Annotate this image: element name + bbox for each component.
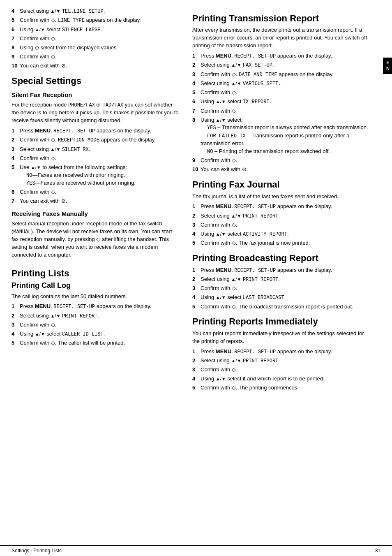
- list-text: Press MENU. RECEPT. SET-UP appears on th…: [20, 127, 180, 135]
- list-num: 2: [192, 212, 199, 220]
- list-item: 2 Confirm with ◇. RECEPTION MODE appears…: [12, 136, 180, 144]
- en-tab: EN: [383, 58, 392, 74]
- list-item: 8 Using ◇ select from the displayed valu…: [12, 44, 180, 52]
- list-num: 5: [12, 339, 18, 347]
- printing-lists-heading: Printing Lists: [12, 268, 180, 279]
- list-num: 2: [12, 312, 18, 320]
- list-text: Using ▲/▼ select: YES – Transmission rep…: [201, 116, 371, 156]
- reports-immediately-steps: 1 Press MENU. RECEPT. SET-UP appears on …: [192, 348, 371, 392]
- call-log-intro: The call log contains the last 50 dialle…: [12, 293, 180, 301]
- broadcasting-steps: 1 Press MENU. RECEPT. SET-UP appears on …: [192, 266, 371, 311]
- list-num: 3: [192, 366, 199, 374]
- list-text: Select using ▲/▼ PRINT REPORT.: [201, 212, 371, 220]
- list-num: 7: [12, 35, 18, 43]
- list-item: 2 Select using ▲/▼ PRINT REPORT.: [192, 357, 371, 365]
- list-text: Confirm with ◇.: [20, 321, 180, 329]
- list-item: 6 Using ▲/▼ select SILENCE LAPSE.: [12, 26, 180, 34]
- list-text: Use ▲/▼ to select from the following set…: [20, 164, 180, 188]
- list-item: 1 Press MENU. RECEPT. SET-UP appears on …: [192, 348, 371, 356]
- list-num: 4: [12, 330, 18, 338]
- fax-journal-intro: The fax journal is a list of the last te…: [192, 193, 371, 201]
- list-text: Using ▲/▼ select ACTIVITY REPORT.: [201, 230, 371, 238]
- list-text: Select using ▲/▼ VARIOUS SETT..: [201, 80, 371, 88]
- list-num: 5: [192, 303, 199, 311]
- list-item: 1 Press MENU. RECEPT. SET-UP appears on …: [192, 266, 371, 274]
- list-item: 10 You can exit with ⊘.: [12, 62, 180, 70]
- list-num: 8: [192, 116, 199, 156]
- list-num: 2: [12, 136, 18, 144]
- list-num: 3: [192, 285, 199, 292]
- list-item: 7 Confirm with ◇: [192, 107, 371, 115]
- list-num: 4: [192, 80, 199, 88]
- silent-fax-heading: Silent Fax Reception: [12, 90, 180, 100]
- silent-fax-steps: 1 Press MENU. RECEPT. SET-UP appears on …: [12, 127, 180, 205]
- list-text: Confirm with ◇. The broadcast transmissi…: [201, 303, 371, 311]
- printing-transmission-heading: Printing Transmission Report: [192, 13, 371, 24]
- list-item: 4 Select using ▲/▼ TEL.LINE SETUP.: [12, 7, 180, 15]
- list-item: 6 Confirm with ◇.: [12, 188, 180, 196]
- list-item: 5 Confirm with ◇. The printing commences…: [192, 384, 371, 392]
- list-item: 2 Select using ▲/▼ PRINT REPORT.: [192, 212, 371, 220]
- list-item: 1 Press MENU. RECEPT. SET-UP appears on …: [192, 203, 371, 211]
- list-text: Using ▲/▼ select CALLER ID LIST.: [20, 330, 180, 338]
- list-item: 3 Confirm with ◇.: [192, 366, 371, 374]
- list-item: 5 Use ▲/▼ to select from the following s…: [12, 164, 180, 188]
- list-item: 9 Confirm with ◇.: [192, 157, 371, 164]
- list-num: 5: [12, 164, 18, 188]
- list-text: Confirm with ◇.: [201, 366, 371, 374]
- list-text: Confirm with ◇. DATE AND TIME appears on…: [201, 71, 371, 79]
- footer-right: 31: [375, 547, 380, 554]
- list-text: Confirm with ◇. The caller list will be …: [20, 339, 180, 347]
- list-item: 10 You can exit with ⊘.: [192, 166, 371, 174]
- list-text: Confirm with ◇. RECEPTION MODE appears o…: [20, 136, 180, 144]
- list-text: Using ▲/▼ select TX REPORT.: [201, 98, 371, 106]
- list-num: 5: [192, 384, 199, 392]
- receiving-faxes-intro: Select manual reception under reception …: [12, 220, 180, 259]
- list-item: 4 Using ▲/▼ select LAST BROADCAST.: [192, 294, 371, 301]
- list-num: 3: [12, 321, 18, 329]
- list-text: Confirm with ◇. The printing commences.: [201, 384, 371, 392]
- list-num: 2: [192, 357, 199, 365]
- transmission-intro: After every transmission, the device pri…: [192, 26, 371, 50]
- list-item: 8 Using ▲/▼ select: YES – Transmission r…: [192, 116, 371, 156]
- list-item: 3 Confirm with ◇. DATE AND TIME appears …: [192, 71, 371, 79]
- list-item: 5 Confirm with ◇. The caller list will b…: [12, 339, 180, 347]
- list-num: 3: [192, 71, 199, 79]
- call-log-steps: 1 Press MENU. RECEPT. SET-UP appears on …: [12, 303, 180, 347]
- list-item: 4 Select using ▲/▼ VARIOUS SETT..: [192, 80, 371, 88]
- list-item: 5 Confirm with ◇. The broadcast transmis…: [192, 303, 371, 311]
- main-content: 4 Select using ▲/▼ TEL.LINE SETUP. 5 Con…: [0, 0, 383, 556]
- list-num: 1: [192, 52, 199, 60]
- top-list: 4 Select using ▲/▼ TEL.LINE SETUP. 5 Con…: [12, 7, 180, 70]
- list-num: 2: [192, 276, 199, 283]
- list-num: 4: [12, 155, 18, 162]
- list-text: Select using ▲/▼ SILENT RX.: [20, 146, 180, 153]
- list-text: Select using ▲/▼ PRINT REPORT.: [20, 312, 180, 320]
- list-num: 5: [192, 239, 199, 247]
- list-item: 6 Using ▲/▼ select TX REPORT.: [192, 98, 371, 106]
- list-text: Confirm with ◇: [201, 107, 371, 115]
- transmission-steps: 1 Press MENU. RECEPT. SET-UP appears on …: [192, 52, 371, 174]
- list-item: 1 Press MENU. RECEPT. SET-UP appears on …: [12, 127, 180, 135]
- list-text: You can exit with ⊘.: [20, 62, 180, 70]
- list-num: 1: [12, 127, 18, 135]
- list-num: 1: [192, 203, 199, 211]
- list-text: Confirm with ◇.: [201, 285, 371, 292]
- list-text: Confirm with ◇.: [201, 221, 371, 229]
- list-text: Select using ▲/▼ TEL.LINE SETUP.: [20, 7, 180, 15]
- list-num: 10: [12, 62, 18, 70]
- list-text: Confirm with ◇.: [20, 155, 180, 162]
- list-text: Press MENU. RECEPT. SET-UP appears on th…: [201, 266, 371, 274]
- list-num: 9: [12, 53, 18, 61]
- list-item: 5 Confirm with ◇. LINE TYPE appears on t…: [12, 16, 180, 24]
- list-text: Press MENU. RECEPT. SET-UP appears on th…: [20, 303, 180, 310]
- list-item: 5 Confirm with ◇.: [192, 89, 371, 97]
- list-item: 3 Confirm with ◇.: [192, 285, 371, 292]
- list-text: Confirm with ◇.: [20, 35, 180, 43]
- list-num: 3: [12, 146, 18, 153]
- list-item: 1 Press MENU. RECEPT. SET-UP appears on …: [192, 52, 371, 60]
- list-item: 7 Confirm with ◇.: [12, 35, 180, 43]
- list-item: 2 Select using ▲/▼ PRINT REPORT.: [12, 312, 180, 320]
- list-num: 1: [192, 266, 199, 274]
- fax-journal-steps: 1 Press MENU. RECEPT. SET-UP appears on …: [192, 203, 371, 247]
